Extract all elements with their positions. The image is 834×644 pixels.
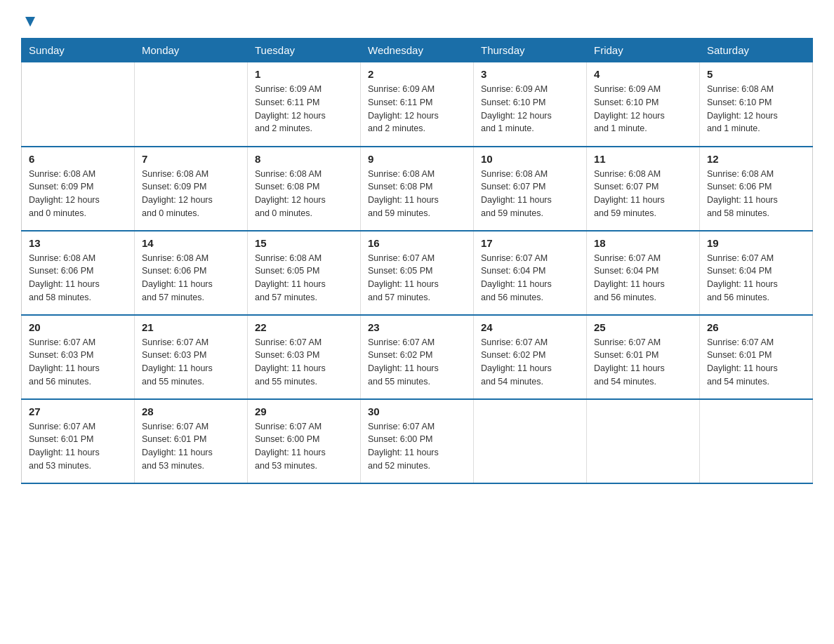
day-info: Sunrise: 6:08 AM Sunset: 6:09 PM Dayligh… bbox=[29, 168, 127, 220]
calendar-cell: 20Sunrise: 6:07 AM Sunset: 6:03 PM Dayli… bbox=[22, 315, 135, 399]
day-info: Sunrise: 6:07 AM Sunset: 6:02 PM Dayligh… bbox=[481, 336, 579, 389]
day-info: Sunrise: 6:07 AM Sunset: 6:04 PM Dayligh… bbox=[707, 252, 805, 304]
calendar-cell: 24Sunrise: 6:07 AM Sunset: 6:02 PM Dayli… bbox=[474, 315, 587, 399]
calendar-cell: 9Sunrise: 6:08 AM Sunset: 6:08 PM Daylig… bbox=[361, 147, 474, 231]
day-number: 6 bbox=[29, 153, 127, 165]
day-info: Sunrise: 6:08 AM Sunset: 6:08 PM Dayligh… bbox=[255, 168, 353, 220]
day-info: Sunrise: 6:08 AM Sunset: 6:10 PM Dayligh… bbox=[707, 83, 805, 135]
day-number: 17 bbox=[481, 237, 579, 249]
day-info: Sunrise: 6:07 AM Sunset: 6:03 PM Dayligh… bbox=[29, 336, 127, 389]
day-number: 13 bbox=[29, 237, 127, 249]
calendar-table: SundayMondayTuesdayWednesdayThursdayFrid… bbox=[21, 38, 813, 484]
day-info: Sunrise: 6:07 AM Sunset: 6:01 PM Dayligh… bbox=[707, 336, 805, 389]
day-number: 30 bbox=[368, 405, 466, 417]
day-number: 23 bbox=[368, 321, 466, 333]
day-info: Sunrise: 6:08 AM Sunset: 6:06 PM Dayligh… bbox=[142, 252, 240, 304]
calendar-cell: 27Sunrise: 6:07 AM Sunset: 6:01 PM Dayli… bbox=[22, 399, 135, 483]
header-sunday: Sunday bbox=[22, 39, 135, 62]
day-info: Sunrise: 6:09 AM Sunset: 6:11 PM Dayligh… bbox=[368, 83, 466, 135]
calendar-cell: 11Sunrise: 6:08 AM Sunset: 6:07 PM Dayli… bbox=[587, 147, 700, 231]
calendar-cell: 26Sunrise: 6:07 AM Sunset: 6:01 PM Dayli… bbox=[700, 315, 813, 399]
calendar-week-row: 1Sunrise: 6:09 AM Sunset: 6:11 PM Daylig… bbox=[22, 62, 813, 147]
day-info: Sunrise: 6:07 AM Sunset: 6:05 PM Dayligh… bbox=[368, 252, 466, 304]
day-number: 21 bbox=[142, 321, 240, 333]
day-number: 4 bbox=[594, 68, 692, 80]
header-tuesday: Tuesday bbox=[248, 39, 361, 62]
day-info: Sunrise: 6:07 AM Sunset: 6:00 PM Dayligh… bbox=[368, 420, 466, 473]
day-info: Sunrise: 6:08 AM Sunset: 6:06 PM Dayligh… bbox=[29, 252, 127, 304]
calendar-cell: 29Sunrise: 6:07 AM Sunset: 6:00 PM Dayli… bbox=[248, 399, 361, 483]
day-info: Sunrise: 6:07 AM Sunset: 6:04 PM Dayligh… bbox=[481, 252, 579, 304]
calendar-cell: 3Sunrise: 6:09 AM Sunset: 6:10 PM Daylig… bbox=[474, 62, 587, 147]
calendar-cell: 15Sunrise: 6:08 AM Sunset: 6:05 PM Dayli… bbox=[248, 231, 361, 315]
day-info: Sunrise: 6:08 AM Sunset: 6:07 PM Dayligh… bbox=[481, 168, 579, 220]
day-info: Sunrise: 6:07 AM Sunset: 6:04 PM Dayligh… bbox=[594, 252, 692, 304]
day-number: 7 bbox=[142, 153, 240, 165]
calendar-cell bbox=[22, 62, 135, 147]
calendar-cell bbox=[587, 399, 700, 483]
day-info: Sunrise: 6:07 AM Sunset: 6:03 PM Dayligh… bbox=[142, 336, 240, 389]
day-number: 20 bbox=[29, 321, 127, 333]
header-saturday: Saturday bbox=[700, 39, 813, 62]
day-info: Sunrise: 6:07 AM Sunset: 6:01 PM Dayligh… bbox=[142, 420, 240, 473]
calendar-cell bbox=[700, 399, 813, 483]
day-number: 19 bbox=[707, 237, 805, 249]
calendar-cell: 22Sunrise: 6:07 AM Sunset: 6:03 PM Dayli… bbox=[248, 315, 361, 399]
calendar-cell: 23Sunrise: 6:07 AM Sunset: 6:02 PM Dayli… bbox=[361, 315, 474, 399]
calendar-cell: 6Sunrise: 6:08 AM Sunset: 6:09 PM Daylig… bbox=[22, 147, 135, 231]
day-number: 12 bbox=[707, 153, 805, 165]
day-info: Sunrise: 6:08 AM Sunset: 6:05 PM Dayligh… bbox=[255, 252, 353, 304]
day-number: 25 bbox=[594, 321, 692, 333]
calendar-cell: 21Sunrise: 6:07 AM Sunset: 6:03 PM Dayli… bbox=[135, 315, 248, 399]
calendar-cell: 7Sunrise: 6:08 AM Sunset: 6:09 PM Daylig… bbox=[135, 147, 248, 231]
calendar-cell: 30Sunrise: 6:07 AM Sunset: 6:00 PM Dayli… bbox=[361, 399, 474, 483]
calendar-cell: 19Sunrise: 6:07 AM Sunset: 6:04 PM Dayli… bbox=[700, 231, 813, 315]
day-info: Sunrise: 6:08 AM Sunset: 6:06 PM Dayligh… bbox=[707, 168, 805, 220]
calendar-week-row: 13Sunrise: 6:08 AM Sunset: 6:06 PM Dayli… bbox=[22, 231, 813, 315]
calendar-cell: 2Sunrise: 6:09 AM Sunset: 6:11 PM Daylig… bbox=[361, 62, 474, 147]
day-number: 27 bbox=[29, 405, 127, 417]
svg-marker-0 bbox=[25, 17, 35, 27]
calendar-cell bbox=[474, 399, 587, 483]
calendar-cell bbox=[135, 62, 248, 147]
header-wednesday: Wednesday bbox=[361, 39, 474, 62]
calendar-week-row: 20Sunrise: 6:07 AM Sunset: 6:03 PM Dayli… bbox=[22, 315, 813, 399]
day-number: 28 bbox=[142, 405, 240, 417]
calendar-cell: 5Sunrise: 6:08 AM Sunset: 6:10 PM Daylig… bbox=[700, 62, 813, 147]
day-number: 11 bbox=[594, 153, 692, 165]
calendar-cell: 16Sunrise: 6:07 AM Sunset: 6:05 PM Dayli… bbox=[361, 231, 474, 315]
calendar-header-row: SundayMondayTuesdayWednesdayThursdayFrid… bbox=[22, 39, 813, 62]
header-friday: Friday bbox=[587, 39, 700, 62]
calendar-cell: 4Sunrise: 6:09 AM Sunset: 6:10 PM Daylig… bbox=[587, 62, 700, 147]
day-info: Sunrise: 6:09 AM Sunset: 6:10 PM Dayligh… bbox=[594, 83, 692, 135]
day-number: 14 bbox=[142, 237, 240, 249]
calendar-cell: 28Sunrise: 6:07 AM Sunset: 6:01 PM Dayli… bbox=[135, 399, 248, 483]
day-number: 3 bbox=[481, 68, 579, 80]
day-info: Sunrise: 6:07 AM Sunset: 6:03 PM Dayligh… bbox=[255, 336, 353, 389]
day-info: Sunrise: 6:07 AM Sunset: 6:01 PM Dayligh… bbox=[29, 420, 127, 473]
day-info: Sunrise: 6:08 AM Sunset: 6:07 PM Dayligh… bbox=[594, 168, 692, 220]
calendar-cell: 14Sunrise: 6:08 AM Sunset: 6:06 PM Dayli… bbox=[135, 231, 248, 315]
day-number: 8 bbox=[255, 153, 353, 165]
calendar-week-row: 27Sunrise: 6:07 AM Sunset: 6:01 PM Dayli… bbox=[22, 399, 813, 483]
day-number: 15 bbox=[255, 237, 353, 249]
header-thursday: Thursday bbox=[474, 39, 587, 62]
calendar-cell: 10Sunrise: 6:08 AM Sunset: 6:07 PM Dayli… bbox=[474, 147, 587, 231]
day-info: Sunrise: 6:09 AM Sunset: 6:10 PM Dayligh… bbox=[481, 83, 579, 135]
calendar-cell: 1Sunrise: 6:09 AM Sunset: 6:11 PM Daylig… bbox=[248, 62, 361, 147]
day-info: Sunrise: 6:07 AM Sunset: 6:02 PM Dayligh… bbox=[368, 336, 466, 389]
day-info: Sunrise: 6:08 AM Sunset: 6:08 PM Dayligh… bbox=[368, 168, 466, 220]
day-info: Sunrise: 6:08 AM Sunset: 6:09 PM Dayligh… bbox=[142, 168, 240, 220]
calendar-week-row: 6Sunrise: 6:08 AM Sunset: 6:09 PM Daylig… bbox=[22, 147, 813, 231]
logo-triangle-icon bbox=[22, 14, 38, 29]
header-monday: Monday bbox=[135, 39, 248, 62]
calendar-cell: 17Sunrise: 6:07 AM Sunset: 6:04 PM Dayli… bbox=[474, 231, 587, 315]
day-number: 16 bbox=[368, 237, 466, 249]
day-info: Sunrise: 6:07 AM Sunset: 6:00 PM Dayligh… bbox=[255, 420, 353, 473]
day-number: 24 bbox=[481, 321, 579, 333]
day-number: 29 bbox=[255, 405, 353, 417]
calendar-cell: 13Sunrise: 6:08 AM Sunset: 6:06 PM Dayli… bbox=[22, 231, 135, 315]
day-number: 9 bbox=[368, 153, 466, 165]
calendar-cell: 25Sunrise: 6:07 AM Sunset: 6:01 PM Dayli… bbox=[587, 315, 700, 399]
calendar-cell: 18Sunrise: 6:07 AM Sunset: 6:04 PM Dayli… bbox=[587, 231, 700, 315]
